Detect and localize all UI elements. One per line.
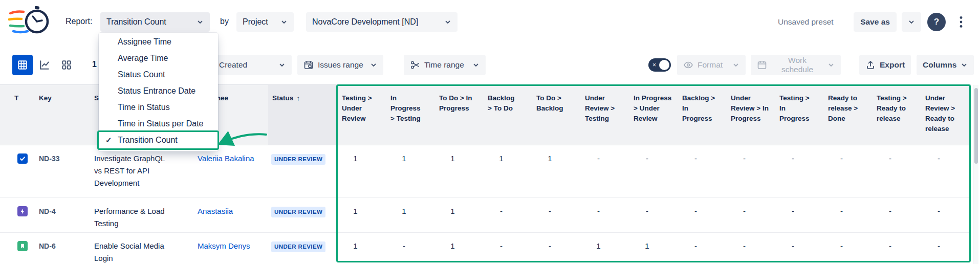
issue-type-cell [0,152,31,166]
more-menu-button[interactable] [952,12,970,32]
transition-count-cell: - [873,240,921,252]
menu-item-time-in-status-per-date[interactable]: Time in Status per Date [99,116,218,132]
menu-item-label: Status Entrance Date [118,86,195,96]
report-label: Report: [66,17,92,26]
transition-count-cell: - [775,240,824,252]
issues-range-label: Issues range [318,60,363,70]
column-header-under-review-testing[interactable]: Under Review > Testing [581,85,629,145]
transition-count-cell: 1 [386,152,435,165]
transition-count-cell: - [532,240,581,252]
column-header-in-progress-under-review[interactable]: In Progress > Under Review [629,85,678,145]
assignee-link[interactable]: Anastasiia [198,207,233,215]
vertical-scrollbar[interactable] [973,85,978,264]
eye-icon [683,60,693,70]
column-header-testing-in-progress[interactable]: Testing > In Progress [775,85,824,145]
column-header-to-do-backlog[interactable]: To Do > Backlog [532,85,581,145]
transition-count-cell: 1 [532,152,581,165]
chart-view-button[interactable] [34,55,55,75]
pivot-view-icon [61,59,72,71]
column-header-in-progress-testing[interactable]: In Progress > Testing [386,85,435,145]
transition-count-cell: - [824,205,873,217]
status-header-label: Status [272,93,293,103]
issue-summary: Performance & Load Testing [90,205,193,230]
assignee-cell: Maksym Denys [193,240,268,252]
issue-key: ND-4 [31,205,90,217]
app-logo-icon [8,5,51,37]
transition-count-cell: 1 [338,152,386,165]
group-by-dropdown[interactable]: Project [236,12,294,32]
assignee-cell: Valeriia Bakalina [193,152,268,165]
menu-item-average-time[interactable]: Average Time [99,50,218,67]
transition-count-cell: - [629,152,678,165]
table-row-nd-4[interactable]: ND-4Performance & Load TestingAnastasiia… [0,198,971,233]
status-badge: UNDER REVIEW [271,207,325,217]
row-checkbox-checked[interactable] [17,153,28,164]
column-header-key[interactable]: Key [31,85,90,145]
transition-count-cell: - [629,205,678,217]
created-sort-value: Created [219,60,247,70]
column-header-testing-ready-to-release[interactable]: Testing > Ready to release [873,85,921,145]
export-button[interactable]: Export [859,55,911,75]
chevron-down-icon [961,61,968,69]
column-header-under-review-in-progress[interactable]: Under Review > In Progress [727,85,775,145]
menu-item-status-entrance-date[interactable]: Status Entrance Date [99,83,218,99]
toggle-switch[interactable]: × [648,58,671,72]
table-view-button[interactable] [12,55,33,75]
export-label: Export [880,60,905,70]
column-header-ready-to-release-done[interactable]: Ready to release > Done [824,85,873,145]
project-dropdown[interactable]: NovaCore Development [ND] [306,12,458,32]
issues-range-dropdown[interactable]: Issues range [297,55,383,75]
chevron-down-icon [197,18,204,26]
help-button[interactable]: ? [927,13,946,31]
column-header-to-do-in-progress[interactable]: To Do > In Progress [435,85,484,145]
report-type-menu: Assignee TimeAverage TimeStatus CountSta… [99,33,218,151]
scrollbar-thumb[interactable] [974,88,978,164]
menu-item-assignee-time[interactable]: Assignee Time [99,34,218,50]
column-header-under-review-ready-to-release[interactable]: Under Review > Ready to release [921,85,970,145]
table-body: ND-33Investigate GraphQL vs REST for API… [0,145,971,264]
table-row-nd-6[interactable]: ND-6Enable Social Media LoginMaksym Deny… [0,233,971,264]
menu-item-label: Assignee Time [118,37,171,47]
transition-count-cell: - [678,152,727,165]
assignee-link[interactable]: Maksym Denys [198,241,250,250]
menu-item-time-in-status[interactable]: Time in Status [99,99,218,116]
created-sort-dropdown[interactable]: Created [213,55,292,75]
menu-item-label: Transition Count [118,136,178,145]
calendar-icon [757,60,767,70]
column-header-status[interactable]: Status ↑ [268,85,338,145]
assignee-cell: Anastasiia [193,205,268,217]
columns-label: Columns [923,60,956,70]
format-dropdown[interactable]: Format [677,55,746,75]
chevron-down-icon [908,18,915,26]
menu-item-transition-count[interactable]: ✓Transition Count [99,132,218,148]
work-schedule-dropdown[interactable]: Work schedule [751,55,841,75]
issue-type-cell [0,205,31,218]
column-header-backlog-to-do[interactable]: Backlog > To Do [484,85,532,145]
transition-count-cell: - [484,205,532,217]
column-header-testing-under-review[interactable]: Testing > Under Review [338,85,386,145]
menu-item-status-count[interactable]: Status Count [99,67,218,83]
transition-count-cell: 1 [386,205,435,217]
menu-item-label: Average Time [118,54,168,63]
pivot-view-button[interactable] [56,55,77,75]
transition-count-cell: - [775,205,824,217]
time-range-label: Time range [424,60,464,70]
table-row-nd-33[interactable]: ND-33Investigate GraphQL vs REST for API… [0,145,971,198]
menu-item-label: Time in Status [118,103,170,112]
status-cell: UNDER REVIEW [268,205,338,217]
columns-dropdown[interactable]: Columns [917,55,974,75]
by-label: by [220,17,229,26]
assignee-link[interactable]: Valeriia Bakalina [198,154,254,163]
save-as-chevron-button[interactable] [902,12,921,32]
transition-count-cell: - [386,240,435,252]
transition-count-cell: 1 [484,152,532,165]
column-header-backlog-in-progress[interactable]: Backlog > In Progress [678,85,727,145]
column-header-type[interactable]: T [0,85,31,145]
transition-count-cell: - [532,205,581,217]
report-type-dropdown[interactable]: Transition Count [100,12,210,32]
sort-ascending-icon: ↑ [296,93,300,103]
save-as-button[interactable]: Save as [854,12,897,32]
time-range-dropdown[interactable]: Time range [404,55,486,75]
help-label: ? [934,17,939,27]
transition-count-cell: - [484,240,532,252]
